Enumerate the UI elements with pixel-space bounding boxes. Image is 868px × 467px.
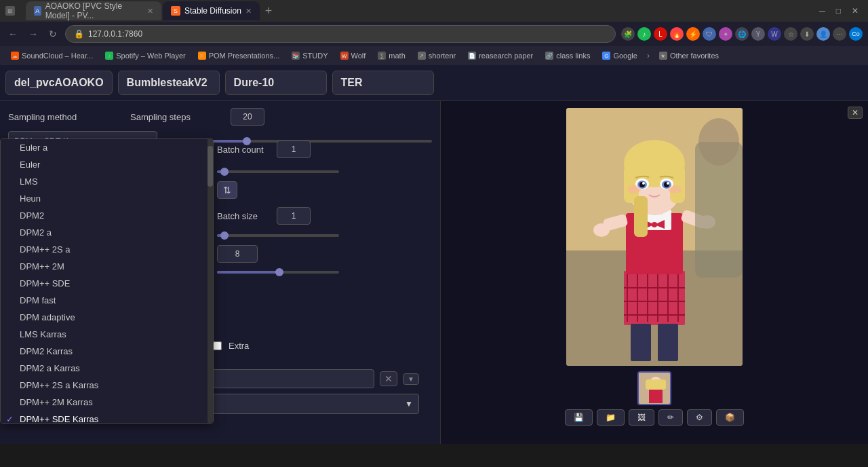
thumbnail-svg-0 — [639, 373, 671, 405]
bookmark-study-label: STUDY — [302, 52, 328, 60]
batch-size-slider[interactable] — [217, 234, 339, 237]
model-card-1[interactable]: BumblesteakV2 — [118, 71, 220, 95]
model-card-3[interactable]: TER — [332, 71, 434, 95]
batch-count-value[interactable]: 1 — [277, 141, 311, 158]
downloads-icon[interactable]: ⬇ — [800, 27, 814, 41]
dropdown-label-euler: Euler — [20, 160, 40, 170]
bookmark-class-label: class links — [556, 52, 590, 60]
maximize-button[interactable]: □ — [832, 5, 845, 17]
close-window-button[interactable]: ✕ — [848, 5, 863, 17]
batch-size-thumb[interactable] — [220, 231, 229, 240]
dropdown-item-dpmpp-sde-karras[interactable]: ✓ DPM++ SDE Karras — [1, 411, 213, 424]
tab-favicon-aoaoko: A — [34, 6, 41, 16]
close-image-button[interactable]: ✕ — [848, 107, 863, 119]
dropdown-item-euler[interactable]: Euler — [1, 156, 213, 173]
cfg-slider[interactable] — [217, 271, 339, 274]
seed-close-button[interactable]: ✕ — [380, 371, 397, 386]
new-tab-button[interactable]: + — [261, 4, 277, 18]
extra-checkbox[interactable] — [213, 341, 222, 350]
dropdown-item-dpmpp2m-karras[interactable]: DPM++ 2M Karras — [1, 394, 213, 411]
cfg-thumb[interactable] — [275, 268, 283, 276]
batch-count-thumb[interactable] — [220, 168, 229, 176]
dropdown-item-dpm2-karras[interactable]: DPM2 Karras — [1, 343, 213, 360]
tab-favicon-sd: S — [171, 6, 180, 16]
open-folder-button[interactable]: 📁 — [597, 409, 625, 426]
thumbnail-0[interactable] — [637, 371, 671, 405]
dropdown-item-dpmpp2sa[interactable]: DPM++ 2S a — [1, 241, 213, 258]
tab-close-aoaoko[interactable]: ✕ — [147, 7, 153, 16]
dropdown-item-dpmpp-sde[interactable]: DPM++ SDE — [1, 275, 213, 292]
bookmark-class[interactable]: 🔗 class links — [540, 50, 595, 61]
batch-size-value[interactable]: 1 — [277, 207, 311, 225]
dropdown-item-dpm2a[interactable]: DPM2 a — [1, 224, 213, 241]
bookmark-pom[interactable]: P POM Presentations... — [193, 50, 285, 61]
star-icon[interactable]: ☆ — [784, 27, 797, 41]
back-button[interactable]: ← — [5, 27, 20, 41]
bookmark-spotify[interactable]: ♪ Spotify – Web Player — [100, 50, 191, 61]
dropdown-item-dpm-fast[interactable]: DPM fast — [1, 292, 213, 309]
dropdown-item-heun[interactable]: Heun — [1, 190, 213, 207]
other-favicon: ★ — [659, 52, 667, 60]
bookmark-study[interactable]: 📚 STUDY — [286, 50, 333, 61]
forward-button[interactable]: → — [26, 27, 41, 41]
addon4-icon[interactable]: ✦ — [719, 27, 732, 41]
spotify-icon[interactable]: ♪ — [637, 27, 651, 41]
tab-close-sd[interactable]: ✕ — [245, 7, 252, 16]
batch-count-row: Batch count 1 — [217, 135, 420, 164]
bookmark-research[interactable]: 📄 reasearch paper — [462, 50, 538, 61]
svg-point-37 — [667, 182, 669, 185]
dropdown-item-lms-karras[interactable]: LMS Karras — [1, 326, 213, 343]
bookmark-google[interactable]: G Google — [597, 50, 642, 61]
dropdown-item-dpm2a-karras[interactable]: DPM2 a Karras — [1, 360, 213, 377]
tab-overview-btn[interactable]: ⊞ — [5, 6, 15, 16]
model-card-0[interactable]: del_pvcAOAOKO — [5, 71, 113, 95]
send-to-extras-button[interactable]: ⚙ — [687, 409, 712, 426]
extensions-icon[interactable]: 🧩 — [621, 27, 635, 41]
profile-icon[interactable]: 👤 — [816, 27, 830, 41]
addon6-icon[interactable]: Y — [751, 27, 765, 41]
svg-rect-29 — [634, 196, 648, 237]
left-panel: Sampling method Sampling steps 20 DPM++ … — [0, 101, 441, 444]
save-button[interactable]: 💾 — [565, 409, 593, 426]
addon7-icon[interactable]: W — [768, 27, 781, 41]
send-to-img2img-button[interactable]: 🖼 — [629, 409, 654, 426]
tab-aoaoko[interactable]: A AOAOKO [PVC Style Model] - PV... ✕ — [26, 1, 161, 20]
bookmark-other[interactable]: ★ Other favorites — [654, 50, 724, 61]
dropdown-item-dpm2[interactable]: DPM2 — [1, 207, 213, 224]
dropdown-item-euler-a[interactable]: Euler a — [1, 139, 213, 156]
bookmark-math[interactable]: ∑ math — [372, 50, 410, 61]
copilot-icon[interactable]: Co — [849, 27, 863, 41]
addon2-icon[interactable]: ⚡ — [686, 27, 700, 41]
swap-button[interactable]: ⇅ — [217, 181, 237, 199]
zip-button[interactable]: 📦 — [716, 409, 744, 426]
steps-value-box[interactable]: 20 — [231, 108, 264, 126]
bookmarks-more-button[interactable]: › — [644, 50, 652, 62]
address-input[interactable]: 🔒 127.0.0.1:7860 — [65, 25, 616, 43]
menu-icon[interactable]: ⋯ — [833, 27, 846, 41]
send-to-inpaint-button[interactable]: ✏ — [658, 409, 683, 426]
model-cards-row: del_pvcAOAOKO BumblesteakV2 Dure-10 TER — [0, 65, 868, 101]
dropdown-scrollbar[interactable] — [208, 139, 213, 423]
tab-stable-diffusion[interactable]: S Stable Diffusion ✕ — [163, 1, 260, 20]
dropdown-item-dpmpp2m[interactable]: DPM++ 2M — [1, 258, 213, 275]
batch-size-label: Batch size — [217, 211, 271, 221]
seed-dropdown-button[interactable]: ▼ — [403, 373, 419, 385]
addon1-icon[interactable]: 🔥 — [670, 27, 684, 41]
bookmark-shortenr[interactable]: ↗ shortenr — [412, 50, 461, 61]
dropdown-item-dpmpp2sa-karras[interactable]: DPM++ 2S a Karras — [1, 377, 213, 394]
addon5-icon[interactable]: 🌐 — [735, 27, 749, 41]
batch-count-slider[interactable] — [217, 170, 339, 173]
study-favicon: 📚 — [292, 52, 300, 60]
addon3-icon[interactable]: 🛡 — [703, 27, 716, 41]
model-card-2[interactable]: Dure-10 — [225, 71, 327, 95]
bookmark-wolf[interactable]: W Wolf — [335, 50, 372, 61]
bookmark-soundcloud[interactable]: ☁ SoundCloud – Hear... — [5, 50, 98, 61]
minimize-button[interactable]: ─ — [815, 5, 829, 17]
lock-icon: 🔒 — [74, 29, 84, 39]
refresh-button[interactable]: ↻ — [46, 27, 60, 41]
dropdown-item-lms[interactable]: LMS — [1, 173, 213, 190]
dropdown-item-dpm-adaptive[interactable]: DPM adaptive — [1, 309, 213, 326]
lastfm-icon[interactable]: L — [654, 27, 667, 41]
spotify-favicon: ♪ — [105, 52, 113, 60]
cfg-value-box[interactable]: 8 — [217, 245, 258, 263]
